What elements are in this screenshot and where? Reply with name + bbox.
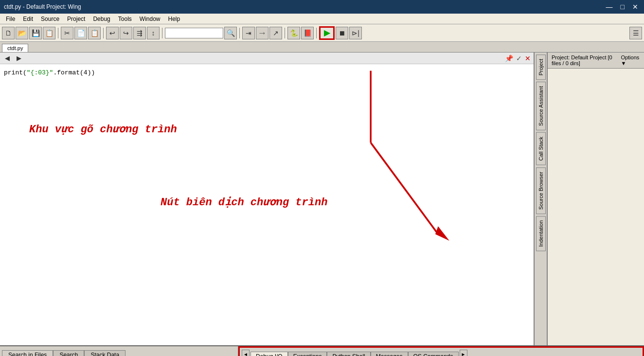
right-sidebar-container: Project Source Assistant Call Stack Sour… xyxy=(534,53,644,345)
code-text: print("{:03}".format(4)) xyxy=(4,69,95,76)
file-tabs: ctdt.py xyxy=(0,42,644,53)
copy-button[interactable]: 📄 xyxy=(74,27,87,39)
tab-stack-data[interactable]: Stack Data xyxy=(84,350,125,356)
tab-debug-io[interactable]: Debug I/O xyxy=(250,352,288,356)
tab-exceptions[interactable]: Exceptions xyxy=(288,352,327,356)
right-panel-title: Project: Default Project [0 files / 0 di… xyxy=(552,54,621,66)
undo-button[interactable]: ↩ xyxy=(106,27,119,39)
toolbar-search-input[interactable] xyxy=(165,28,223,38)
maximize-button[interactable]: □ xyxy=(619,3,626,11)
window-title: ctdt.py - Default Project: Wing xyxy=(4,3,81,10)
menu-edit[interactable]: Edit xyxy=(19,15,37,23)
svg-line-1 xyxy=(371,142,438,234)
toolbar-sep-3 xyxy=(162,28,162,38)
toolbar-sep-5 xyxy=(285,28,285,38)
cursor-button[interactable]: ↕ xyxy=(147,27,160,39)
editor-toolbar: ◀ ▶ 📌 ✓ ✕ xyxy=(0,53,534,64)
tab-os-commands[interactable]: OS Commands xyxy=(408,352,459,356)
toolbar-sep-1 xyxy=(58,28,58,38)
sidebar-tab-call-stack[interactable]: Call Stack xyxy=(536,132,546,165)
editor-close-icon[interactable]: ✕ xyxy=(525,54,531,62)
right-sidebar: Project Source Assistant Call Stack Sour… xyxy=(534,53,547,345)
menu-source[interactable]: Source xyxy=(37,15,63,23)
annotation-coding-area: Khu vực gõ chương trình xyxy=(29,123,177,136)
menu-debug[interactable]: Debug xyxy=(89,15,114,23)
paste-button[interactable]: 📋 xyxy=(88,27,101,39)
book-icon: 📕 xyxy=(301,27,314,39)
menu-window[interactable]: Window xyxy=(136,15,164,23)
code-line-1: print("{:03}".format(4)) xyxy=(4,68,530,78)
sidebar-tab-source-assistant[interactable]: Source Assistant xyxy=(536,82,546,130)
main-layout: ◀ ▶ 📌 ✓ ✕ print("{:03}".format(4)) Khu v… xyxy=(0,53,644,345)
save-button[interactable]: 💾 xyxy=(29,27,42,39)
menu-help[interactable]: Help xyxy=(164,15,184,23)
menu-tools[interactable]: Tools xyxy=(114,15,136,23)
editor-forward-button[interactable]: ▶ xyxy=(15,54,23,62)
debug-panel: ◄ Debug I/O Exceptions Python Shell Mess… xyxy=(238,346,644,356)
toolbar-sep-4 xyxy=(239,28,240,38)
bottom-section: Search in Files Search Stack Data Look i… xyxy=(0,345,644,356)
stop-button[interactable]: ⏹ xyxy=(336,27,348,39)
right-panel: Project: Default Project [0 files / 0 di… xyxy=(547,53,644,345)
sidebar-tab-indentation[interactable]: Indentation xyxy=(536,216,546,251)
menu-project[interactable]: Project xyxy=(63,15,89,23)
step-over-button[interactable]: ⤑ xyxy=(256,27,268,39)
tab-search-in-files[interactable]: Search in Files xyxy=(2,350,53,356)
tab-python-shell[interactable]: Python Shell xyxy=(327,352,370,356)
menu-file[interactable]: File xyxy=(2,15,19,23)
right-panel-content xyxy=(548,69,644,345)
right-panel-options[interactable]: Options ▼ xyxy=(621,54,640,66)
python-icon: 🐍 xyxy=(287,27,300,39)
run-button[interactable]: ▶ xyxy=(319,26,335,40)
toolbar: 🗋 📂 💾 📋 ✂ 📄 📋 ↩ ↪ ⇶ ↕ 🔍 ⇥ ⤑ ↗ 🐍 📕 ▶ ⏹ ⊳|… xyxy=(0,24,644,42)
close-button[interactable]: ✕ xyxy=(630,3,640,11)
search-icon[interactable]: 🔍 xyxy=(224,27,237,39)
save-all-button[interactable]: 📋 xyxy=(43,27,55,39)
indent-button[interactable]: ⇶ xyxy=(133,27,146,39)
toolbar-sep-2 xyxy=(103,28,104,38)
minimize-button[interactable]: — xyxy=(604,3,615,11)
debug-tabs-right-arrow[interactable]: ► xyxy=(460,350,467,356)
tick-icon[interactable]: ✓ xyxy=(516,54,522,62)
step-into-button[interactable]: ⇥ xyxy=(242,27,255,39)
sidebar-tab-source-browser[interactable]: Source Browser xyxy=(536,167,546,214)
cut-button[interactable]: ✂ xyxy=(61,27,73,39)
debugger-button[interactable]: ⊳| xyxy=(349,27,362,39)
step-out-button[interactable]: ↗ xyxy=(269,27,282,39)
menu-icon[interactable]: ☰ xyxy=(629,27,642,39)
sidebar-tab-project[interactable]: Project xyxy=(536,54,546,80)
window-controls: — □ ✕ xyxy=(604,3,640,11)
annotation-run-button: Nút biên dịch chương trình xyxy=(161,196,327,209)
file-tab-ctdt[interactable]: ctdt.py xyxy=(2,44,28,52)
open-file-button[interactable]: 📂 xyxy=(16,27,28,39)
search-panel: Search in Files Search Stack Data Look i… xyxy=(0,346,238,356)
menu-bar: File Edit Source Project Debug Tools Win… xyxy=(0,14,644,24)
editor-area: ◀ ▶ 📌 ✓ ✕ print("{:03}".format(4)) Khu v… xyxy=(0,53,534,345)
search-panel-tabs: Search in Files Search Stack Data xyxy=(0,346,238,356)
svg-marker-2 xyxy=(435,226,449,241)
editor-back-button[interactable]: ◀ xyxy=(3,54,12,62)
redo-button[interactable]: ↪ xyxy=(120,27,132,39)
toolbar-sep-6 xyxy=(316,28,317,38)
title-bar: ctdt.py - Default Project: Wing — □ ✕ xyxy=(0,0,644,14)
pin-icon[interactable]: 📌 xyxy=(505,54,513,62)
right-panel-header: Project: Default Project [0 files / 0 di… xyxy=(548,53,644,69)
debug-tabs: ◄ Debug I/O Exceptions Python Shell Mess… xyxy=(240,348,643,356)
tab-messages[interactable]: Messages xyxy=(371,352,408,356)
new-file-button[interactable]: 🗋 xyxy=(2,27,15,39)
debug-tabs-left-arrow[interactable]: ◄ xyxy=(242,350,250,356)
editor-content[interactable]: print("{:03}".format(4)) Khu vực gõ chươ… xyxy=(0,64,534,345)
tab-search[interactable]: Search xyxy=(53,350,84,356)
